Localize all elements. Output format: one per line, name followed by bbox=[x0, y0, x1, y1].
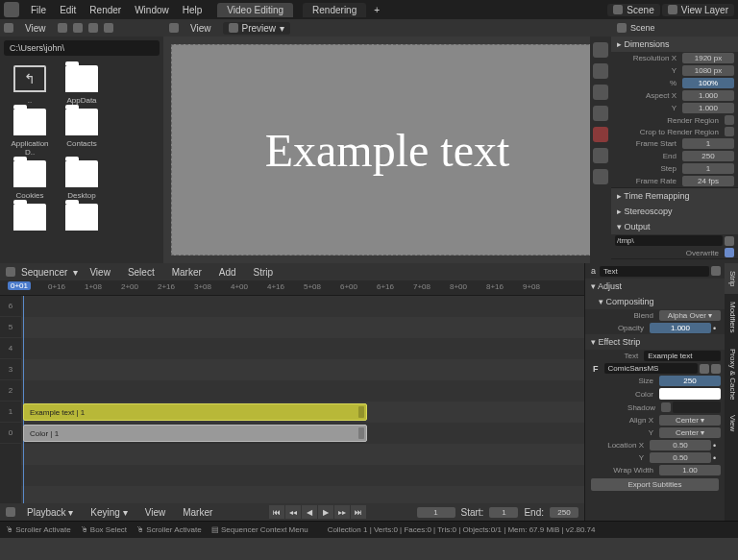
folder-cookies[interactable]: Cookies bbox=[6, 160, 54, 200]
path-input[interactable]: C:\Users\john\ bbox=[4, 40, 160, 56]
locx-field[interactable]: 0.50 bbox=[650, 440, 711, 450]
strip-name-field[interactable]: Text bbox=[600, 266, 709, 277]
menu-render[interactable]: Render bbox=[84, 3, 127, 17]
frame-end-field[interactable]: 250 bbox=[682, 151, 734, 161]
current-frame-indicator[interactable]: 0+01 bbox=[8, 281, 31, 290]
workspace-tab-rendering[interactable]: Rendering bbox=[303, 3, 366, 17]
menu-file[interactable]: File bbox=[25, 3, 52, 17]
panel-output[interactable]: ▾ Output bbox=[611, 219, 738, 234]
viewlayer-selector[interactable]: View Layer bbox=[662, 4, 734, 16]
color-swatch[interactable] bbox=[659, 388, 721, 400]
clock-icon[interactable] bbox=[6, 507, 15, 517]
workspace-add-button[interactable]: + bbox=[368, 3, 385, 17]
folder-desktop[interactable]: Desktop bbox=[58, 160, 106, 200]
tool-icon[interactable] bbox=[593, 106, 608, 121]
frame-rate-field[interactable]: 24 fps bbox=[682, 176, 734, 186]
seq-menu-strip[interactable]: Strip bbox=[248, 265, 280, 280]
editor-type-icon[interactable] bbox=[169, 23, 179, 33]
timeline-ruler[interactable]: 0+01 0+16 1+08 2+00 2+16 3+08 4+00 4+16 … bbox=[0, 280, 584, 296]
aspect-x-field[interactable]: 1.000 bbox=[682, 90, 734, 101]
footer-view[interactable]: View bbox=[139, 505, 172, 520]
jump-end-button[interactable]: ⏭ bbox=[351, 505, 366, 519]
play-button[interactable]: ▶ bbox=[318, 505, 333, 519]
play-reverse-button[interactable]: ◀ bbox=[302, 505, 317, 519]
menu-help[interactable]: Help bbox=[177, 3, 209, 17]
sequencer-icon[interactable] bbox=[6, 267, 15, 277]
footer-marker[interactable]: Marker bbox=[177, 505, 218, 520]
panel-dimensions[interactable]: ▸ Dimensions bbox=[611, 37, 738, 52]
blend-mode-select[interactable]: Alpha Over ▾ bbox=[659, 310, 721, 321]
pv-menu-view[interactable]: View bbox=[184, 21, 217, 36]
render-icon[interactable] bbox=[593, 127, 608, 142]
panel-compositing[interactable]: ▾ Compositing bbox=[585, 294, 725, 309]
current-frame-field[interactable]: 1 bbox=[417, 507, 455, 518]
tab-strip[interactable]: Strip bbox=[725, 263, 738, 294]
text-content-field[interactable]: Example text bbox=[644, 351, 721, 361]
wrap-field[interactable]: 1.00 bbox=[659, 465, 721, 475]
footer-keying[interactable]: Keying ▾ bbox=[85, 505, 133, 520]
file-browser-icon[interactable] bbox=[4, 23, 13, 33]
folder-icon[interactable] bbox=[700, 364, 709, 374]
seq-menu-add[interactable]: Add bbox=[213, 265, 242, 280]
tab-proxy-cache[interactable]: Proxy & Cache bbox=[725, 341, 738, 407]
resolution-y-field[interactable]: 1080 px bbox=[682, 65, 734, 76]
render-region-check[interactable] bbox=[725, 115, 734, 125]
strip-text[interactable]: Example text | 1 bbox=[23, 403, 367, 421]
keyframe-next-button[interactable]: ▸▸ bbox=[334, 505, 350, 519]
fb-menu-view[interactable]: View bbox=[19, 21, 52, 36]
aspect-y-field[interactable]: 1.000 bbox=[682, 103, 734, 113]
shadow-check[interactable] bbox=[661, 402, 671, 412]
alignx-select[interactable]: Center ▾ bbox=[659, 415, 721, 426]
scene-selector[interactable]: Scene bbox=[607, 4, 659, 16]
resolution-x-field[interactable]: 1920 px bbox=[682, 53, 734, 63]
folder-appdata[interactable]: AppData bbox=[58, 65, 106, 105]
folder-applicationd[interactable]: Application D.. bbox=[6, 109, 54, 157]
seq-menu-select[interactable]: Select bbox=[122, 265, 160, 280]
strip-handle[interactable] bbox=[358, 406, 364, 418]
folder-item[interactable] bbox=[6, 204, 54, 234]
tool-icon[interactable] bbox=[593, 169, 608, 184]
x-icon[interactable] bbox=[711, 364, 721, 374]
zoom-icon[interactable] bbox=[593, 63, 608, 79]
opacity-field[interactable]: 1.000 bbox=[650, 323, 711, 333]
panel-adjust[interactable]: ▾ Adjust bbox=[585, 279, 725, 294]
end-frame-field[interactable]: 250 bbox=[550, 507, 578, 518]
shadow-color-swatch[interactable] bbox=[673, 402, 721, 413]
output-path-field[interactable]: /tmp\ bbox=[615, 235, 723, 246]
tool-icon[interactable] bbox=[593, 85, 608, 100]
preview-mode-selector[interactable]: Preview ▾ bbox=[223, 22, 291, 35]
preview-canvas[interactable]: Example text bbox=[171, 44, 603, 256]
font-field[interactable]: ComicSansMS bbox=[604, 363, 699, 374]
tool-icon[interactable] bbox=[593, 148, 608, 163]
seq-menu-view[interactable]: View bbox=[84, 265, 116, 280]
resolution-pct-field[interactable]: 100% bbox=[682, 78, 734, 88]
strip-handle[interactable] bbox=[358, 427, 364, 439]
keyframe-prev-button[interactable]: ◂◂ bbox=[285, 505, 301, 519]
back-icon[interactable] bbox=[58, 23, 67, 33]
tab-modifiers[interactable]: Modifiers bbox=[725, 294, 738, 340]
folder-up[interactable]: ↰.. bbox=[6, 65, 54, 105]
pan-icon[interactable] bbox=[593, 42, 608, 58]
pin-icon[interactable] bbox=[711, 266, 721, 276]
frame-start-field[interactable]: 1 bbox=[682, 138, 734, 149]
workspace-tab-video-editing[interactable]: Video Editing bbox=[217, 3, 293, 17]
strip-color[interactable]: Color | 1 bbox=[23, 425, 367, 442]
export-subtitles-button[interactable]: Export Subtitles bbox=[591, 478, 719, 491]
frame-step-field[interactable]: 1 bbox=[682, 163, 734, 174]
tab-view[interactable]: View bbox=[725, 407, 738, 439]
sequencer-tracks[interactable]: 6 5 4 3 2 1 0 Example text | 1 Color | 1 bbox=[0, 296, 584, 503]
size-field[interactable]: 250 bbox=[659, 376, 721, 386]
panel-effect-strip[interactable]: ▾ Effect Strip bbox=[585, 334, 725, 350]
menu-edit[interactable]: Edit bbox=[54, 3, 82, 17]
start-frame-field[interactable]: 1 bbox=[489, 507, 518, 518]
up-icon[interactable] bbox=[88, 23, 98, 33]
panel-time-remapping[interactable]: ▸ Time Remapping bbox=[611, 188, 738, 204]
locy-field[interactable]: 0.50 bbox=[650, 452, 711, 463]
jump-start-button[interactable]: ⏮ bbox=[269, 505, 284, 519]
panel-stereoscopy[interactable]: ▸ Stereoscopy bbox=[611, 204, 738, 219]
playhead[interactable] bbox=[23, 296, 24, 503]
aligny-select[interactable]: Center ▾ bbox=[659, 427, 721, 438]
footer-playback[interactable]: Playback ▾ bbox=[21, 505, 79, 520]
scene-name[interactable]: Scene bbox=[630, 23, 655, 33]
folder-contacts[interactable]: Contacts bbox=[58, 109, 106, 157]
